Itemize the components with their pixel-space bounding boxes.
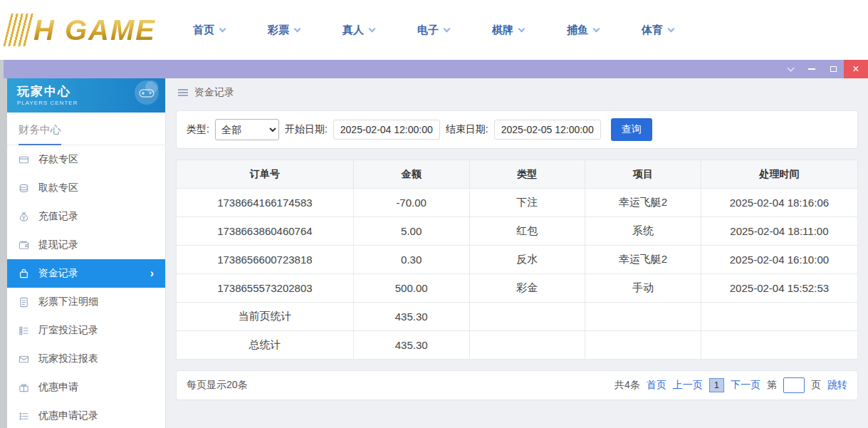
nav-item-7[interactable]: 体育 [642, 24, 674, 37]
chevron-right-icon: › [150, 268, 154, 279]
table-cell [585, 303, 701, 331]
sidebar-item-label: 资金记录 [38, 267, 78, 280]
table-cell: 2025-02-04 16:10:00 [701, 246, 857, 274]
table-cell [469, 303, 585, 331]
table-body: 1738664166174583-70.00下注幸运飞艇22025-02-04 … [177, 189, 858, 360]
page-size-text: 每页显示20条 [187, 379, 248, 392]
nav-item-4[interactable]: 电子 [417, 24, 449, 37]
logo: H GAME [7, 14, 156, 46]
table-cell: 1738664166174583 [177, 189, 354, 217]
sidebar-item-withdraw[interactable]: 取款专区 [7, 174, 165, 202]
window-controls: × [780, 60, 868, 78]
table-cell [469, 331, 585, 360]
logo-stripes-icon [3, 14, 35, 46]
sidebar-item-withdrawal-record[interactable]: 提现记录 [7, 231, 165, 259]
sidebar-item-label: 厅室投注记录 [38, 324, 98, 337]
nav-item-5[interactable]: 棋牌 [492, 24, 524, 37]
sidebar-item-player-report[interactable]: 玩家投注报表 [7, 345, 165, 373]
sidebar-item-funds[interactable]: 资金记录› [7, 259, 165, 288]
table-cell: 幸运飞艇2 [585, 246, 701, 274]
filter-panel: 类型: 全部 开始日期: 结束日期: 查询 [176, 110, 858, 149]
table-cell: 500.00 [353, 274, 469, 303]
table-cell: 435.30 [353, 303, 469, 331]
query-button[interactable]: 查询 [611, 118, 652, 141]
player-report-icon [19, 354, 29, 365]
sidebar-item-label: 优惠申请 [38, 381, 78, 394]
withdraw-icon [19, 183, 29, 194]
logo-text: H GAME [33, 14, 156, 46]
table-cell [585, 331, 701, 360]
next-page-link[interactable]: 下一页 [731, 379, 760, 392]
table-cell: 红包 [469, 217, 585, 246]
sidebar-item-promo-record[interactable]: 优惠申请记录 [7, 402, 165, 428]
close-icon: × [852, 63, 859, 75]
sidebar-item-deposit[interactable]: 存款专区 [7, 145, 165, 174]
table-row: 总统计435.30 [177, 331, 858, 360]
prev-page-link[interactable]: 上一页 [673, 379, 703, 392]
nav-item-label: 首页 [193, 24, 214, 37]
jump-suffix-label: 页 [811, 379, 821, 392]
sidebar-item-label: 彩票下注明细 [38, 296, 98, 308]
main-content: 资金记录 类型: 全部 开始日期: 结束日期: 查询 订单号金额类型项目处理时间… [166, 78, 868, 428]
sidebar-item-label: 优惠申请记录 [38, 409, 98, 422]
chevron-down-icon [787, 65, 794, 72]
chevron-down-icon [444, 25, 451, 32]
jump-prefix-label: 第 [767, 379, 777, 392]
table-head: 订单号金额类型项目处理时间 [177, 160, 858, 189]
window-maximize-button[interactable] [822, 60, 844, 78]
site-header: H GAME 首页彩票真人电子棋牌捕鱼体育 [0, 0, 868, 60]
table-cell: 1738663860460764 [177, 217, 354, 246]
deposit-icon [19, 155, 29, 165]
chevron-down-icon [668, 25, 675, 32]
current-page-indicator: 1 [709, 378, 724, 392]
nav-item-2[interactable]: 彩票 [268, 24, 300, 37]
sidebar-header: 玩家中心 PLAYERS CENTER [7, 78, 165, 113]
table-row: 17386566007238180.30反水幸运飞艇22025-02-04 16… [177, 246, 858, 274]
page-jump-input[interactable] [783, 377, 805, 393]
recharge-icon [19, 212, 29, 222]
nav-item-1[interactable]: 首页 [193, 24, 225, 37]
sidebar: 玩家中心 PLAYERS CENTER 财务中心 存款专区取款专区充值记录提现 [7, 78, 166, 428]
type-select[interactable]: 全部 [215, 119, 279, 140]
sidebar-item-label: 提现记录 [38, 239, 78, 251]
app-window: H GAME 首页彩票真人电子棋牌捕鱼体育 × 玩家中心 PLAYERS CEN… [0, 0, 868, 428]
start-date-input[interactable] [333, 120, 440, 140]
window-minimize-button[interactable] [801, 60, 822, 78]
end-date-input[interactable] [494, 120, 601, 140]
table-cell: -70.00 [353, 189, 469, 217]
nav-item-3[interactable]: 真人 [343, 24, 375, 37]
nav-item-label: 捕鱼 [567, 24, 588, 37]
nav-item-label: 真人 [343, 24, 364, 37]
first-page-link[interactable]: 首页 [647, 379, 666, 392]
table-cell: 2025-02-04 18:11:00 [701, 217, 857, 246]
table-row: 当前页统计435.30 [177, 303, 858, 331]
sidebar-item-label: 存款专区 [38, 153, 78, 166]
jump-button[interactable]: 跳转 [827, 379, 847, 392]
table-cell: 下注 [469, 189, 585, 217]
sidebar-item-lottery-detail[interactable]: 彩票下注明细 [7, 288, 165, 316]
table-cell: 5.00 [353, 217, 469, 246]
minimize-icon [808, 68, 815, 70]
promo-record-icon [19, 411, 29, 422]
main-nav: 首页彩票真人电子棋牌捕鱼体育 [193, 24, 674, 37]
nav-item-6[interactable]: 捕鱼 [567, 24, 599, 37]
breadcrumb-label: 资金记录 [194, 86, 234, 99]
chevron-down-icon [518, 25, 525, 32]
table-cell: 1738656600723818 [177, 246, 354, 274]
table-header-row: 订单号金额类型项目处理时间 [177, 160, 858, 189]
nav-item-label: 棋牌 [492, 24, 513, 37]
sidebar-item-hall-bet[interactable]: 厅室投注记录 [7, 316, 165, 345]
nav-item-label: 彩票 [268, 24, 289, 37]
table-cell: 当前页统计 [177, 303, 354, 331]
table-cell: 2025-02-04 15:52:53 [701, 274, 857, 303]
table-cell: 0.30 [353, 246, 469, 274]
end-date-label: 结束日期: [446, 123, 488, 136]
sidebar-item-recharge[interactable]: 充值记录 [7, 202, 165, 231]
chevron-down-icon [593, 25, 600, 32]
window-dropdown-button[interactable] [780, 60, 801, 78]
window-close-button[interactable]: × [844, 60, 868, 78]
table-row: 1738655573202803500.00彩金手动2025-02-04 15:… [177, 274, 858, 303]
start-date-label: 开始日期: [285, 123, 328, 136]
funds-icon [19, 268, 29, 279]
sidebar-item-promo-apply[interactable]: 优惠申请 [7, 373, 165, 402]
